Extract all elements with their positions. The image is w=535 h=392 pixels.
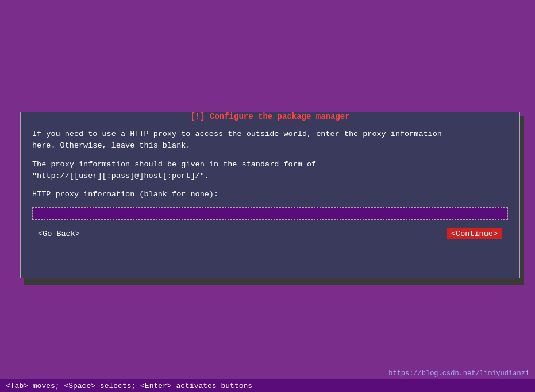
dialog-box: [!] Configure the package manager If you… [20, 112, 520, 278]
paragraph-2: The proxy information should be given in… [32, 159, 508, 183]
paragraph-1: If you need to use a HTTP proxy to acces… [32, 129, 508, 152]
dialog-title-bar: [!] Configure the package manager [21, 112, 519, 121]
proxy-input-container[interactable] [32, 207, 508, 220]
proxy-label: HTTP proxy information (blank for none): [32, 189, 508, 200]
proxy-input[interactable] [33, 208, 507, 219]
title-line-left [26, 117, 186, 117]
status-text: <Tab> moves; <Space> selects; <Enter> ac… [6, 382, 252, 390]
dialog-content: If you need to use a HTTP proxy to acces… [21, 117, 519, 248]
go-back-button[interactable]: <Go Back> [38, 230, 80, 238]
watermark: https://blog.csdn.net/limiyudianzi [388, 370, 529, 378]
continue-button[interactable]: <Continue> [447, 228, 502, 239]
dialog-buttons: <Go Back> <Continue> [32, 228, 508, 239]
title-line-right [355, 117, 514, 117]
status-bar: <Tab> moves; <Space> selects; <Enter> ac… [0, 379, 535, 392]
terminal-screen: [!] Configure the package manager If you… [0, 0, 535, 392]
dialog-title: [!] Configure the package manager [190, 112, 349, 121]
